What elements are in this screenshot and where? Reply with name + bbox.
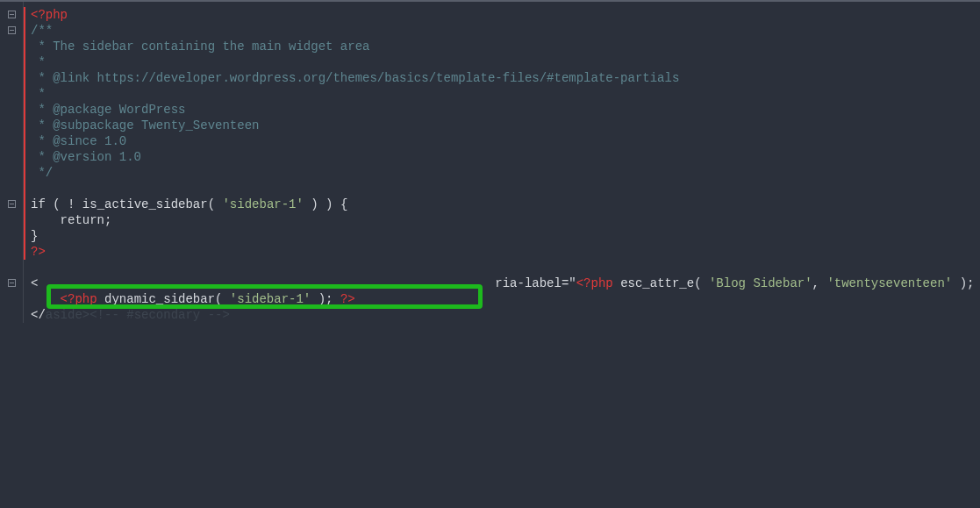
code-line[interactable]: * @package WordPress xyxy=(24,102,980,118)
comment-text: */ xyxy=(31,166,53,180)
php-open-tag: <?php xyxy=(31,8,68,22)
code-line[interactable]: * xyxy=(24,54,980,70)
code-line[interactable]: * xyxy=(24,86,980,102)
php-close-tag: ?> xyxy=(31,245,46,259)
code-line[interactable]: /** xyxy=(24,23,980,39)
string-literal: 'sidebar-1' xyxy=(230,292,311,306)
code-line[interactable]: ?> xyxy=(24,244,980,260)
comment-text: * xyxy=(31,87,46,101)
function-name: dynamic_sidebar xyxy=(97,292,215,306)
code-line[interactable]: * @version 1.0 xyxy=(24,149,980,165)
comment-text: * xyxy=(31,55,46,69)
fold-toggle-icon[interactable] xyxy=(8,26,16,34)
fold-toggle-icon[interactable] xyxy=(8,279,16,287)
code-line[interactable]: * @link https://developer.wordpress.org/… xyxy=(24,70,980,86)
comment-text: * @package WordPress xyxy=(31,103,185,117)
php-open-tag: <?php xyxy=(576,276,613,290)
comment-text: * @link https://developer.wordpress.org/… xyxy=(31,71,679,85)
code-line[interactable]: </aside><!-- #secondary --> xyxy=(24,307,980,323)
code-line[interactable]: * @subpackage Twenty_Seventeen xyxy=(24,118,980,133)
code-editor[interactable]: <?php /** * The sidebar containing the m… xyxy=(0,0,980,323)
code-line[interactable]: <?php xyxy=(24,7,980,23)
fold-toggle-icon[interactable] xyxy=(8,11,16,18)
comment-text: /** xyxy=(31,24,53,38)
code-line[interactable] xyxy=(24,260,980,275)
comment-text: * @subpackage Twenty_Seventeen xyxy=(31,118,259,132)
code-line[interactable]: <aside id="secondary" class="widget-area… xyxy=(24,275,980,291)
fold-toggle-icon[interactable] xyxy=(8,200,16,208)
code-line[interactable]: * @since 1.0 xyxy=(24,133,980,149)
keyword-return: return xyxy=(31,213,104,227)
keyword-if: if xyxy=(31,197,46,211)
php-open-tag: <?php xyxy=(61,292,97,306)
gutter xyxy=(0,2,23,323)
code-line[interactable]: return; xyxy=(24,212,980,228)
code-line[interactable]: if ( ! is_active_sidebar( 'sidebar-1' ) … xyxy=(24,197,980,212)
code-line[interactable]: } xyxy=(24,228,980,244)
code-line-highlighted[interactable]: <?php dynamic_sidebar( 'sidebar-1' ); ?> xyxy=(24,291,980,307)
php-close-tag: ?> xyxy=(340,292,355,306)
string-literal: 'sidebar-1' xyxy=(222,197,303,211)
code-line[interactable]: * The sidebar containing the main widget… xyxy=(24,39,980,54)
string-literal: 'Blog Sidebar' xyxy=(709,276,812,290)
function-name: esc_attr_e xyxy=(613,276,694,290)
comment-text: * @since 1.0 xyxy=(31,134,126,148)
code-area[interactable]: <?php /** * The sidebar containing the m… xyxy=(23,2,980,323)
code-line[interactable] xyxy=(24,181,980,197)
comment-text: * @version 1.0 xyxy=(31,150,141,164)
comment-text: * The sidebar containing the main widget… xyxy=(31,39,369,54)
function-name: is_active_sidebar xyxy=(82,197,208,211)
string-literal: 'twentyseventeen' xyxy=(826,276,952,290)
code-line[interactable]: */ xyxy=(24,165,980,181)
